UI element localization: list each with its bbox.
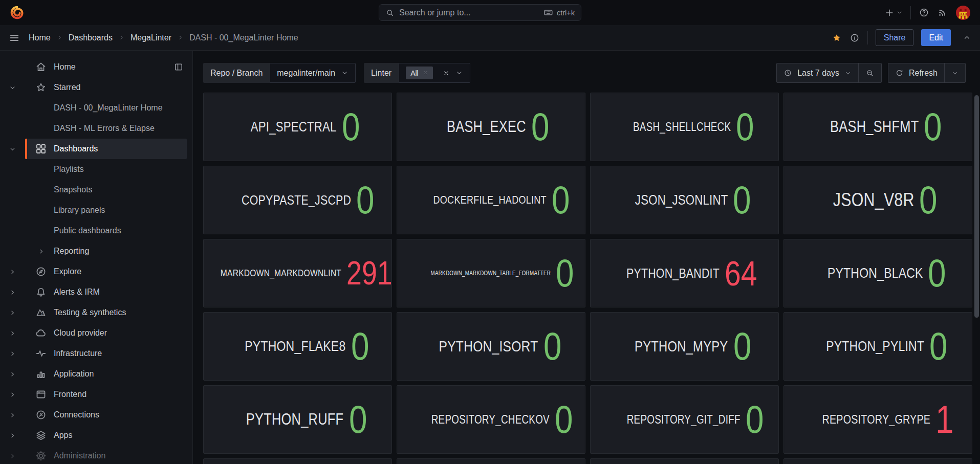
sidebar-item-dashboards[interactable]: Dashboards — [0, 139, 187, 159]
stat-panel-repository-git-diff[interactable]: REPOSITORY_GIT_DIFF0 — [590, 385, 779, 454]
active-indicator-bar — [25, 139, 27, 159]
stat-panel-json-v8r[interactable]: JSON_V8R0 — [783, 166, 972, 234]
plus-icon — [884, 8, 895, 18]
chevron-right-icon[interactable] — [0, 432, 25, 439]
stat-label: JSON_V8R — [833, 189, 914, 211]
stat-panel-markdown-markdownlint[interactable]: MARKDOWN_MARKDOWNLINT291 — [203, 239, 392, 307]
grafana-logo[interactable] — [9, 5, 25, 20]
stat-panel-api-spectral[interactable]: API_SPECTRAL0 — [203, 93, 392, 161]
breadcrumb-link-megalinter[interactable]: MegaLinter — [130, 33, 171, 42]
scrollbar-track[interactable] — [973, 93, 980, 464]
breadcrumb-link-home[interactable]: Home — [29, 33, 51, 42]
chevron-down-icon[interactable] — [455, 69, 463, 77]
user-avatar[interactable] — [955, 5, 971, 20]
sidebar-item-alerts-irm[interactable]: Alerts & IRM — [0, 282, 187, 302]
stat-panel-python-flake8[interactable]: PYTHON_FLAKE80 — [203, 312, 392, 381]
stat-panel-markdown-markdown-table-formatter[interactable]: MARKDOWN_MARKDOWN_TABLE_FORMATTER0 — [397, 239, 585, 307]
time-range-picker[interactable]: Last 7 days — [777, 63, 858, 82]
stat-panel-bash-shellcheck[interactable]: BASH_SHELLCHECK0 — [590, 93, 779, 161]
sidebar-item-infrastructure[interactable]: Infrastructure — [0, 343, 187, 364]
chevron-right-icon[interactable] — [0, 452, 25, 460]
sidebar-item-starred[interactable]: Starred — [0, 77, 187, 98]
stat-panel-python-pylint[interactable]: PYTHON_PYLINT0 — [783, 312, 972, 381]
news-rss-icon[interactable] — [937, 7, 948, 18]
linter-select[interactable]: All — [399, 63, 470, 83]
chevron-up-icon[interactable] — [963, 33, 971, 42]
hamburger-menu-icon[interactable] — [9, 32, 20, 43]
stat-panel-python-black[interactable]: PYTHON_BLACK0 — [783, 239, 972, 307]
sidebar-item-snapshots[interactable]: Snapshots — [0, 180, 187, 200]
stat-panel-dockerfile-hadolint[interactable]: DOCKERFILE_HADOLINT0 — [397, 166, 585, 234]
repo-branch-select[interactable]: megalinter/main — [270, 63, 356, 83]
zoom-out-button[interactable] — [858, 63, 881, 82]
chevron-down-icon — [896, 9, 903, 16]
new-menu-button[interactable] — [884, 8, 903, 18]
sidebar-item-cloud-provider[interactable]: Cloud provider — [0, 323, 187, 343]
linter-chip-label: All — [410, 69, 419, 77]
chevron-right-icon[interactable] — [0, 391, 25, 399]
sidebar-item-dash-00-megalinter-home[interactable]: DASH - 00_MegaLinter Home — [0, 98, 187, 118]
sidebar-item-frontend[interactable]: Frontend — [0, 384, 187, 405]
sidebar-item-explore[interactable]: Explore — [0, 261, 187, 282]
clear-filter-icon[interactable] — [443, 70, 450, 77]
sidebar-item-apps[interactable]: Apps — [0, 425, 187, 446]
share-button[interactable]: Share — [876, 29, 914, 46]
breadcrumb-link-dashboards[interactable]: Dashboards — [69, 33, 113, 42]
linter-chip-all[interactable]: All — [406, 67, 433, 79]
stat-panel-repository-checkov[interactable]: REPOSITORY_CHECKOV0 — [397, 385, 585, 454]
stat-panel-python-isort[interactable]: PYTHON_ISORT0 — [397, 312, 585, 381]
stat-panel-bash-exec[interactable]: BASH_EXEC0 — [397, 93, 585, 161]
close-icon[interactable] — [423, 70, 428, 76]
header-actions: Share Edit — [832, 29, 971, 46]
chevron-down-icon[interactable] — [0, 84, 25, 92]
chevron-right-icon[interactable] — [0, 309, 25, 317]
chevron-right-icon[interactable] — [0, 411, 25, 419]
sidebar-item-application[interactable]: Application — [0, 364, 187, 384]
stat-panel-python-bandit[interactable]: PYTHON_BANDIT64 — [590, 239, 779, 307]
stat-label: BASH_SHFMT — [830, 118, 919, 136]
stat-panel-bash-shfmt[interactable]: BASH_SHFMT0 — [783, 93, 972, 161]
sidebar-item-library-panels[interactable]: Library panels — [0, 200, 187, 220]
chevron-right-icon[interactable] — [0, 268, 25, 276]
global-search[interactable]: ctrl+k — [379, 4, 581, 21]
sidebar-item-label: Infrastructure — [54, 349, 102, 358]
stat-label: PYTHON_BLACK — [827, 265, 923, 281]
sidebar-item-home[interactable]: Home — [0, 57, 187, 77]
chevron-right-icon[interactable] — [0, 370, 25, 378]
sidebar-item-body: Dashboards — [25, 139, 187, 159]
sidebar-item-playlists[interactable]: Playlists — [0, 159, 187, 180]
dashboard-info-icon[interactable] — [850, 33, 860, 43]
stat-label: COPYPASTE_JSCPD — [242, 192, 351, 208]
chevron-right-icon[interactable] — [0, 329, 25, 337]
stat-panel-repository-grype[interactable]: REPOSITORY_GRYPE1 — [783, 385, 972, 454]
chevron-down-icon[interactable] — [0, 145, 25, 153]
sidebar-item-dash-ml-errors-elapse[interactable]: DASH - ML Errors & Elapse — [0, 118, 187, 139]
sidebar-item-public-dashboards[interactable]: Public dashboards — [0, 220, 187, 241]
repo-branch-filter[interactable]: Repo / Branch megalinter/main — [203, 63, 356, 83]
sidebar-item-label: Cloud provider — [54, 328, 107, 338]
chevron-right-icon[interactable] — [35, 245, 47, 257]
sidebar-item-administration[interactable]: Administration — [0, 446, 187, 464]
stat-panel-python-ruff[interactable]: PYTHON_RUFF0 — [203, 385, 392, 454]
refresh-interval-dropdown[interactable] — [944, 63, 965, 82]
stat-panel-copypaste-jscpd[interactable]: COPYPASTE_JSCPD0 — [203, 166, 392, 234]
chevron-right-icon[interactable] — [0, 289, 25, 296]
stat-value: 0 — [552, 181, 570, 219]
bar-chart-icon — [35, 368, 47, 380]
chevron-right-icon[interactable] — [0, 350, 25, 358]
search-input[interactable] — [399, 8, 539, 17]
sidebar-item-label: Administration — [54, 451, 105, 460]
scrollbar-thumb[interactable] — [974, 95, 979, 318]
stat-panel-python-mypy[interactable]: PYTHON_MYPY0 — [590, 312, 779, 381]
stat-label: PYTHON_BANDIT — [626, 266, 720, 281]
sidebar-item-reporting[interactable]: Reporting — [0, 241, 187, 261]
stat-pair: REPOSITORY_GRYPE1 — [798, 400, 957, 439]
sidebar-item-testing-synthetics[interactable]: k6Testing & synthetics — [0, 302, 187, 323]
refresh-button[interactable]: Refresh — [888, 63, 944, 82]
favorite-star-icon[interactable] — [832, 33, 842, 43]
help-icon[interactable] — [919, 7, 929, 18]
stat-panel-json-jsonlint[interactable]: JSON_JSONLINT0 — [590, 166, 779, 234]
edit-button[interactable]: Edit — [921, 29, 951, 46]
sidebar-item-connections[interactable]: Connections — [0, 405, 187, 425]
linter-filter[interactable]: Linter All — [364, 63, 470, 83]
